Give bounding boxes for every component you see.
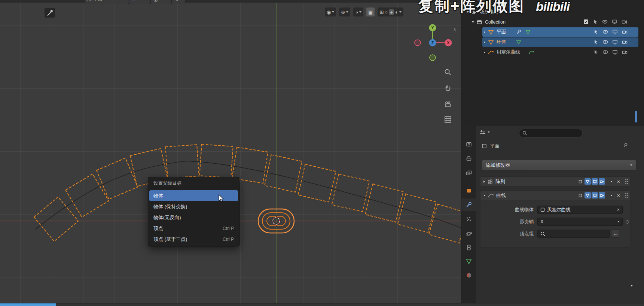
- torus-object[interactable]: [258, 209, 294, 233]
- selectable-icon[interactable]: [593, 39, 598, 45]
- expand-arrow-icon[interactable]: [484, 41, 485, 43]
- modifier-extras-button[interactable]: [610, 181, 613, 182]
- viewport-display-icon[interactable]: [612, 29, 618, 34]
- object-properties-tab[interactable]: [461, 184, 476, 197]
- toggle-realtime[interactable]: [592, 178, 598, 185]
- constraints-properties-tab[interactable]: [461, 241, 476, 254]
- render-visibility-icon[interactable]: [622, 39, 628, 45]
- outliner-row-plane[interactable]: 平面: [461, 27, 644, 37]
- eye-icon[interactable]: [602, 39, 608, 45]
- editor-type-dropdown[interactable]: [479, 129, 490, 135]
- material-shading-button[interactable]: ●: [389, 9, 394, 15]
- navigation-gizmo[interactable]: Y X Z: [413, 21, 452, 61]
- render-visibility-icon[interactable]: [622, 49, 628, 55]
- expand-arrow-icon[interactable]: [484, 31, 485, 33]
- menu-item-vertex[interactable]: 顶点 Ctrl P: [149, 223, 238, 234]
- collection-row[interactable]: Collection: [461, 17, 644, 27]
- viewport-display-icon[interactable]: [612, 39, 618, 45]
- rendered-shading-button[interactable]: ◐: [395, 10, 398, 15]
- deform-axis-dropdown[interactable]: X: [537, 218, 623, 226]
- remove-modifier-button[interactable]: ×: [617, 179, 620, 185]
- invert-vertex-group-button[interactable]: ↔: [611, 230, 619, 238]
- selectable-icon[interactable]: [593, 19, 598, 24]
- output-properties-tab[interactable]: [461, 152, 476, 165]
- render-visibility-icon[interactable]: [622, 19, 627, 24]
- toggle-on-cage[interactable]: [577, 192, 584, 199]
- scene-geometry[interactable]: [0, 0, 461, 303]
- mesh-data-icon[interactable]: [516, 39, 522, 45]
- transform-orientation-dropdown[interactable]: ⊞ 全局: [84, 0, 129, 4]
- pan-button[interactable]: [443, 83, 453, 93]
- view-object-types-button[interactable]: ◉: [325, 7, 336, 16]
- toggle-orthographic-button[interactable]: [443, 115, 453, 124]
- toggle-edit-mode[interactable]: [585, 178, 591, 185]
- properties-search[interactable]: [519, 129, 583, 137]
- eye-icon[interactable]: [602, 19, 608, 24]
- drag-handle[interactable]: [625, 179, 626, 184]
- proportional-editing-button[interactable]: ◎: [150, 0, 171, 4]
- outliner-scrollbar[interactable]: [635, 111, 637, 122]
- camera-view-button[interactable]: [443, 100, 453, 109]
- vertex-group-field[interactable]: [537, 230, 610, 238]
- collection-checkbox[interactable]: [583, 19, 589, 24]
- physics-properties-tab[interactable]: [461, 227, 476, 240]
- viewport-display-icon[interactable]: [612, 19, 617, 24]
- modifier-wrench-icon[interactable]: [516, 29, 522, 35]
- snapping-button[interactable]: ∩: [129, 0, 150, 4]
- outliner-row-torus[interactable]: 环体: [461, 37, 644, 47]
- axis-negy-ball[interactable]: [430, 55, 436, 61]
- toggle-edit-mode[interactable]: [585, 192, 591, 199]
- zoom-button[interactable]: [443, 67, 453, 77]
- animate-property-dot[interactable]: [626, 220, 629, 224]
- expand-arrow-icon[interactable]: [472, 21, 474, 23]
- material-properties-tab[interactable]: [461, 269, 476, 282]
- mesh-data-icon[interactable]: [525, 29, 531, 35]
- overlays-button[interactable]: ◑: [353, 7, 363, 16]
- scene-collection-row[interactable]: 场景集合: [461, 7, 644, 17]
- remove-modifier-button[interactable]: ×: [617, 193, 620, 199]
- menu-item-vertex-triangle[interactable]: 顶点 (基于三点) Ctrl P: [149, 234, 238, 245]
- toggle-on-cage[interactable]: [577, 178, 584, 185]
- sidebar-collapse-chevron[interactable]: ‹: [454, 25, 456, 33]
- toggle-render[interactable]: [599, 178, 605, 185]
- curve-object-field[interactable]: 贝塞尔曲线 ×: [537, 206, 623, 214]
- axis-negx-ball[interactable]: [415, 40, 421, 46]
- toggle-realtime[interactable]: [592, 192, 598, 199]
- view-layer-properties-tab[interactable]: [461, 167, 476, 179]
- wireframe-shading-button[interactable]: ⊞: [379, 10, 384, 15]
- expand-arrow-icon[interactable]: [467, 11, 469, 13]
- selectable-icon[interactable]: [593, 49, 598, 55]
- toggle-render[interactable]: [599, 192, 605, 199]
- render-properties-tab[interactable]: [461, 138, 476, 151]
- expand-arrow-icon[interactable]: [483, 181, 485, 183]
- menu-item-object-keep-transform[interactable]: 物体 (保持变换): [149, 201, 238, 212]
- outliner-row-bezier-curve[interactable]: 贝塞尔曲线: [461, 47, 644, 57]
- drag-handle[interactable]: [625, 193, 626, 198]
- collapse-arrow-icon[interactable]: [483, 195, 486, 196]
- curve-data-icon[interactable]: [528, 49, 534, 55]
- 3d-viewport[interactable]: ⊞ 全局 ∩ ◎ ∿ ◉: [0, 0, 461, 303]
- search-input[interactable]: [529, 130, 572, 136]
- eye-icon[interactable]: [602, 29, 608, 34]
- eye-icon[interactable]: [602, 49, 608, 55]
- solid-shading-button[interactable]: ○: [385, 10, 388, 15]
- particles-properties-tab[interactable]: [461, 213, 476, 225]
- modifier-properties-tab[interactable]: [461, 199, 476, 211]
- object-data-properties-tab[interactable]: [461, 255, 476, 268]
- gizmos-button[interactable]: ⊕: [339, 7, 350, 16]
- menu-item-object-without-inverse[interactable]: 物体(无反向): [149, 212, 238, 223]
- clear-object-button[interactable]: ×: [617, 207, 620, 212]
- video-progress-bar[interactable]: [0, 303, 644, 306]
- add-modifier-button[interactable]: 添加修改器: [482, 160, 637, 170]
- eyedropper-tool-button[interactable]: [44, 7, 55, 18]
- xray-toggle[interactable]: ▣: [366, 7, 375, 16]
- modifier-extras-button[interactable]: [610, 195, 613, 196]
- viewport-display-icon[interactable]: [612, 49, 618, 55]
- array-instances[interactable]: [34, 144, 461, 243]
- render-visibility-icon[interactable]: [622, 29, 628, 34]
- curve-modifier-header[interactable]: 曲线 ×: [480, 190, 631, 200]
- falloff-button[interactable]: ∿: [171, 0, 186, 4]
- array-modifier-header[interactable]: 阵列 ×: [480, 176, 631, 187]
- pin-icon[interactable]: [622, 143, 628, 148]
- selectable-icon[interactable]: [593, 29, 598, 34]
